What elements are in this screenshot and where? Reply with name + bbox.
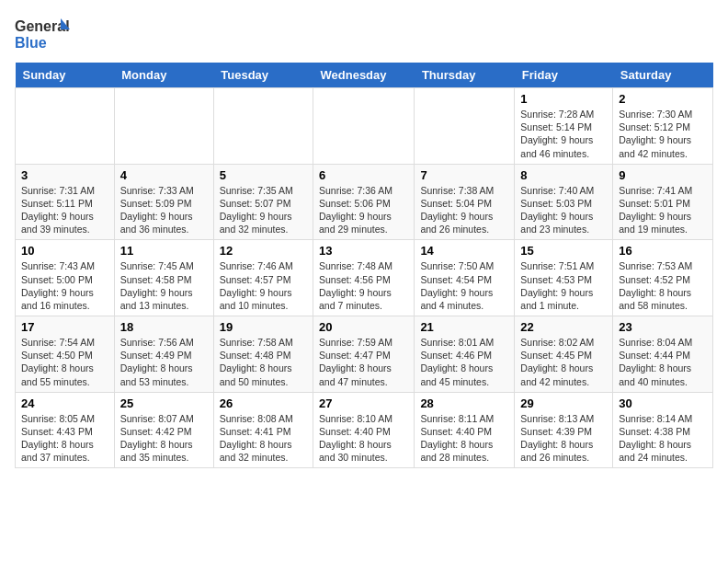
- day-cell: 24Sunrise: 8:05 AM Sunset: 4:43 PM Dayli…: [16, 392, 115, 468]
- day-cell: 6Sunrise: 7:36 AM Sunset: 5:06 PM Daylig…: [313, 164, 415, 240]
- day-info: Sunrise: 8:02 AM Sunset: 4:45 PM Dayligh…: [520, 336, 607, 388]
- day-number: 30: [619, 396, 707, 410]
- day-number: 11: [120, 244, 208, 258]
- day-info: Sunrise: 8:04 AM Sunset: 4:44 PM Dayligh…: [619, 336, 707, 388]
- day-info: Sunrise: 7:31 AM Sunset: 5:11 PM Dayligh…: [21, 184, 108, 236]
- day-info: Sunrise: 7:59 AM Sunset: 4:47 PM Dayligh…: [319, 336, 408, 388]
- day-number: 4: [120, 168, 208, 182]
- day-cell: 30Sunrise: 8:14 AM Sunset: 4:38 PM Dayli…: [613, 392, 713, 468]
- day-info: Sunrise: 7:53 AM Sunset: 4:52 PM Dayligh…: [619, 259, 707, 312]
- day-cell: [415, 88, 515, 165]
- day-number: 1: [520, 92, 607, 106]
- day-info: Sunrise: 8:14 AM Sunset: 4:38 PM Dayligh…: [619, 412, 707, 465]
- day-cell: 5Sunrise: 7:35 AM Sunset: 5:07 PM Daylig…: [213, 164, 313, 240]
- day-cell: 22Sunrise: 8:02 AM Sunset: 4:45 PM Dayli…: [515, 316, 613, 393]
- day-cell: [16, 88, 115, 165]
- day-cell: 20Sunrise: 7:59 AM Sunset: 4:47 PM Dayli…: [313, 316, 415, 393]
- day-number: 23: [619, 320, 707, 334]
- day-cell: 25Sunrise: 8:07 AM Sunset: 4:42 PM Dayli…: [114, 392, 213, 468]
- day-number: 25: [120, 396, 208, 410]
- day-info: Sunrise: 8:01 AM Sunset: 4:46 PM Dayligh…: [420, 336, 508, 388]
- logo-svg: GeneralBlue: [15, 15, 70, 52]
- day-number: 2: [619, 92, 707, 106]
- header-cell-friday: Friday: [515, 63, 613, 88]
- day-info: Sunrise: 8:10 AM Sunset: 4:40 PM Dayligh…: [319, 412, 408, 465]
- day-info: Sunrise: 7:43 AM Sunset: 5:00 PM Dayligh…: [21, 259, 108, 312]
- day-number: 19: [220, 320, 307, 334]
- day-cell: 11Sunrise: 7:45 AM Sunset: 4:58 PM Dayli…: [114, 240, 213, 316]
- day-info: Sunrise: 7:58 AM Sunset: 4:48 PM Dayligh…: [220, 336, 307, 388]
- day-number: 3: [21, 168, 108, 182]
- day-cell: 1Sunrise: 7:28 AM Sunset: 5:14 PM Daylig…: [515, 88, 613, 165]
- day-cell: [114, 88, 213, 165]
- day-info: Sunrise: 7:36 AM Sunset: 5:06 PM Dayligh…: [319, 184, 408, 236]
- logo: GeneralBlue: [15, 15, 70, 52]
- day-number: 14: [420, 244, 508, 258]
- day-number: 29: [520, 396, 607, 410]
- header-cell-saturday: Saturday: [613, 63, 713, 88]
- day-info: Sunrise: 7:46 AM Sunset: 4:57 PM Dayligh…: [220, 259, 307, 312]
- svg-text:Blue: Blue: [15, 35, 47, 51]
- day-number: 28: [420, 396, 508, 410]
- day-cell: 26Sunrise: 8:08 AM Sunset: 4:41 PM Dayli…: [213, 392, 313, 468]
- day-number: 9: [619, 168, 707, 182]
- week-row-3: 10Sunrise: 7:43 AM Sunset: 5:00 PM Dayli…: [16, 240, 713, 316]
- header: GeneralBlue: [15, 15, 713, 52]
- day-cell: 27Sunrise: 8:10 AM Sunset: 4:40 PM Dayli…: [313, 392, 415, 468]
- day-cell: 16Sunrise: 7:53 AM Sunset: 4:52 PM Dayli…: [613, 240, 713, 316]
- day-cell: 19Sunrise: 7:58 AM Sunset: 4:48 PM Dayli…: [213, 316, 313, 393]
- day-info: Sunrise: 7:30 AM Sunset: 5:12 PM Dayligh…: [619, 108, 707, 160]
- day-number: 6: [319, 168, 408, 182]
- day-cell: 12Sunrise: 7:46 AM Sunset: 4:57 PM Dayli…: [213, 240, 313, 316]
- day-number: 12: [220, 244, 307, 258]
- day-number: 7: [420, 168, 508, 182]
- week-row-1: 1Sunrise: 7:28 AM Sunset: 5:14 PM Daylig…: [16, 88, 713, 165]
- week-row-4: 17Sunrise: 7:54 AM Sunset: 4:50 PM Dayli…: [16, 316, 713, 393]
- calendar-table: SundayMondayTuesdayWednesdayThursdayFrid…: [15, 63, 713, 468]
- header-cell-tuesday: Tuesday: [213, 63, 313, 88]
- day-cell: 29Sunrise: 8:13 AM Sunset: 4:39 PM Dayli…: [515, 392, 613, 468]
- day-cell: 13Sunrise: 7:48 AM Sunset: 4:56 PM Dayli…: [313, 240, 415, 316]
- day-number: 21: [420, 320, 508, 334]
- calendar-header: SundayMondayTuesdayWednesdayThursdayFrid…: [16, 63, 713, 88]
- day-number: 26: [220, 396, 307, 410]
- day-cell: 14Sunrise: 7:50 AM Sunset: 4:54 PM Dayli…: [415, 240, 515, 316]
- day-cell: 10Sunrise: 7:43 AM Sunset: 5:00 PM Dayli…: [16, 240, 115, 316]
- day-info: Sunrise: 7:33 AM Sunset: 5:09 PM Dayligh…: [120, 184, 208, 236]
- day-info: Sunrise: 7:56 AM Sunset: 4:49 PM Dayligh…: [120, 336, 208, 388]
- day-info: Sunrise: 8:05 AM Sunset: 4:43 PM Dayligh…: [21, 412, 108, 465]
- day-cell: 15Sunrise: 7:51 AM Sunset: 4:53 PM Dayli…: [515, 240, 613, 316]
- day-info: Sunrise: 7:45 AM Sunset: 4:58 PM Dayligh…: [120, 259, 208, 312]
- day-info: Sunrise: 7:35 AM Sunset: 5:07 PM Dayligh…: [220, 184, 307, 236]
- day-number: 10: [21, 244, 108, 258]
- day-number: 13: [319, 244, 408, 258]
- header-row: SundayMondayTuesdayWednesdayThursdayFrid…: [16, 63, 713, 88]
- day-info: Sunrise: 7:28 AM Sunset: 5:14 PM Dayligh…: [520, 108, 607, 160]
- day-info: Sunrise: 7:41 AM Sunset: 5:01 PM Dayligh…: [619, 184, 707, 236]
- day-cell: 4Sunrise: 7:33 AM Sunset: 5:09 PM Daylig…: [114, 164, 213, 240]
- day-number: 18: [120, 320, 208, 334]
- day-cell: 28Sunrise: 8:11 AM Sunset: 4:40 PM Dayli…: [415, 392, 515, 468]
- day-info: Sunrise: 7:40 AM Sunset: 5:03 PM Dayligh…: [520, 184, 607, 236]
- day-cell: 17Sunrise: 7:54 AM Sunset: 4:50 PM Dayli…: [16, 316, 115, 393]
- day-cell: 9Sunrise: 7:41 AM Sunset: 5:01 PM Daylig…: [613, 164, 713, 240]
- day-info: Sunrise: 8:07 AM Sunset: 4:42 PM Dayligh…: [120, 412, 208, 465]
- day-info: Sunrise: 7:54 AM Sunset: 4:50 PM Dayligh…: [21, 336, 108, 388]
- header-cell-monday: Monday: [114, 63, 213, 88]
- day-cell: 3Sunrise: 7:31 AM Sunset: 5:11 PM Daylig…: [16, 164, 115, 240]
- day-cell: 7Sunrise: 7:38 AM Sunset: 5:04 PM Daylig…: [415, 164, 515, 240]
- day-info: Sunrise: 7:38 AM Sunset: 5:04 PM Dayligh…: [420, 184, 508, 236]
- day-info: Sunrise: 7:48 AM Sunset: 4:56 PM Dayligh…: [319, 259, 408, 312]
- day-number: 22: [520, 320, 607, 334]
- day-info: Sunrise: 8:11 AM Sunset: 4:40 PM Dayligh…: [420, 412, 508, 465]
- day-cell: 8Sunrise: 7:40 AM Sunset: 5:03 PM Daylig…: [515, 164, 613, 240]
- day-number: 24: [21, 396, 108, 410]
- day-cell: 21Sunrise: 8:01 AM Sunset: 4:46 PM Dayli…: [415, 316, 515, 393]
- header-cell-sunday: Sunday: [16, 63, 115, 88]
- header-cell-thursday: Thursday: [415, 63, 515, 88]
- day-number: 5: [220, 168, 307, 182]
- calendar-body: 1Sunrise: 7:28 AM Sunset: 5:14 PM Daylig…: [16, 88, 713, 468]
- day-number: 16: [619, 244, 707, 258]
- day-cell: 18Sunrise: 7:56 AM Sunset: 4:49 PM Dayli…: [114, 316, 213, 393]
- day-number: 8: [520, 168, 607, 182]
